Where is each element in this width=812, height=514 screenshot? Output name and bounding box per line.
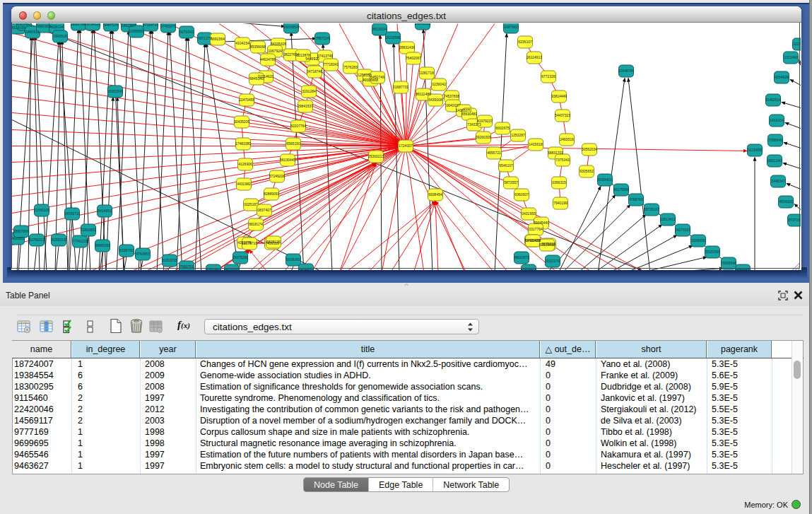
svg-text:x: x — [159, 328, 161, 332]
